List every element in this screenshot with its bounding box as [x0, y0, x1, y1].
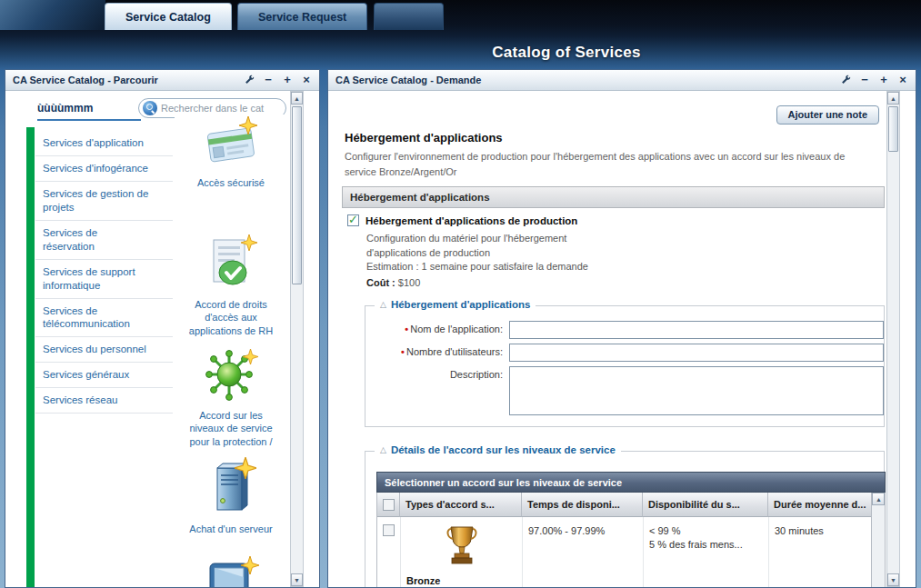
- category-item[interactable]: Services de réservation: [35, 221, 173, 260]
- scroll-up-icon[interactable]: ▲: [872, 493, 885, 505]
- form-group-legend: Hébergement d'applications: [391, 299, 531, 310]
- scroll-down-icon[interactable]: ▼: [887, 573, 899, 586]
- trophy-bronze-icon: [406, 524, 516, 572]
- category-item[interactable]: Services de gestion de projets: [35, 182, 173, 221]
- field-label: •Nom de l'application:: [373, 321, 509, 339]
- search-icon: [143, 101, 157, 115]
- sla-group: △ Détails de l'accord sur les niveaux de…: [365, 451, 885, 587]
- category-accent-bar: [26, 127, 35, 587]
- category-item[interactable]: Services de télécommunication: [35, 299, 173, 338]
- field-label: Description:: [373, 366, 509, 415]
- section-header: Hébergement d'applications: [342, 186, 885, 208]
- service-partial[interactable]: [175, 556, 287, 587]
- cost-label: Coût :: [366, 277, 395, 288]
- right-panel-scrollbar[interactable]: ▲ ▼: [886, 91, 900, 587]
- scrollbar-thumb[interactable]: [888, 106, 898, 152]
- minimize-icon[interactable]: −: [859, 75, 870, 85]
- select-all-cell: [377, 493, 400, 517]
- browse-panel-body: ùùùùmmm Services d'application Services …: [5, 91, 319, 587]
- scroll-up-icon[interactable]: ▲: [887, 92, 899, 105]
- expand-icon[interactable]: +: [878, 75, 889, 85]
- cost-value: $100: [398, 277, 420, 288]
- server-icon: [204, 457, 258, 519]
- category-item[interactable]: Services d'infogérance: [35, 156, 173, 182]
- monitor-icon: [203, 556, 259, 587]
- category-item[interactable]: Services réseau: [35, 388, 173, 414]
- scroll-up-icon[interactable]: ▲: [291, 92, 303, 105]
- service-sla-protection[interactable]: Accord sur les niveaux de service pour l…: [175, 347, 287, 448]
- column-header-uptime[interactable]: Temps de disponi...: [522, 493, 643, 517]
- category-item[interactable]: Services d'application: [35, 131, 173, 156]
- offering-name: Hébergement d'applications de production: [365, 214, 577, 226]
- offering-checkbox[interactable]: ✓: [347, 214, 359, 226]
- featured-label: Accord sur les niveaux de service pour l…: [181, 409, 281, 448]
- id-card-icon: [203, 115, 259, 173]
- application-name-input[interactable]: [509, 321, 884, 339]
- service-secure-access[interactable]: Accès sécurisé: [175, 115, 287, 189]
- left-panel-scrollbar[interactable]: ▲ ▼: [290, 91, 304, 587]
- column-header-duration[interactable]: Durée moyenne d...: [768, 493, 871, 517]
- service-title: Hébergement d'applications: [345, 131, 503, 145]
- document-check-icon: [203, 234, 259, 294]
- table-row[interactable]: Bronze 97.00% - 97.99% < 99 % 5 % des fr…: [377, 517, 871, 587]
- expand-icon[interactable]: +: [282, 75, 293, 85]
- application-form-group: △ Hébergement d'applications •Nom de l'a…: [365, 305, 885, 427]
- featured-label: Achat d'un serveur: [181, 523, 281, 535]
- close-icon[interactable]: ×: [301, 75, 312, 85]
- sla-table: Sélectionner un accord sur les niveaux d…: [376, 472, 886, 587]
- tab-service-catalog[interactable]: Service Catalog: [105, 3, 232, 30]
- required-icon: •: [405, 324, 408, 334]
- sla-table-title: Sélectionner un accord sur les niveaux d…: [376, 472, 886, 493]
- browse-panel-header: CA Service Catalog - Parcourir − + ×: [5, 70, 319, 91]
- required-icon: •: [401, 346, 405, 357]
- sla-row-duration: 30 minutes: [769, 517, 871, 587]
- table-scrollbar[interactable]: ▲: [871, 493, 885, 587]
- service-description: Configurer l'environnement de production…: [345, 149, 877, 179]
- browse-panel: CA Service Catalog - Parcourir − + × ùùù…: [5, 69, 320, 588]
- collapse-icon[interactable]: △: [380, 300, 386, 309]
- tab-service-request[interactable]: Service Request: [237, 3, 367, 30]
- catalog-folder-label[interactable]: ùùùùmmm: [37, 102, 141, 121]
- service-buy-server[interactable]: Achat d'un serveur: [175, 457, 287, 535]
- wrench-icon[interactable]: [840, 75, 851, 86]
- top-navigation-bar: Service Catalog Service Request: [0, 0, 921, 30]
- offering-description: Configuration du matériel pour l'héberge…: [366, 232, 614, 260]
- service-access-rights[interactable]: Accord de droits d'accès aux application…: [175, 234, 287, 337]
- sla-row-uptime: 97.00% - 97.99%: [523, 517, 644, 587]
- collapse-icon[interactable]: △: [380, 445, 386, 454]
- category-item[interactable]: Services généraux: [35, 363, 173, 388]
- scroll-down-icon[interactable]: ▼: [291, 573, 303, 586]
- add-note-button[interactable]: Ajouter une note: [776, 105, 879, 125]
- checkmark-icon: ✓: [348, 213, 358, 226]
- topbar-highlight: [0, 0, 105, 30]
- browse-panel-title: CA Service Catalog - Parcourir: [13, 75, 244, 85]
- scrollbar-thumb[interactable]: [292, 106, 302, 284]
- search-input[interactable]: [161, 103, 277, 114]
- description-textarea[interactable]: [509, 366, 884, 415]
- sla-row-availability: < 99 % 5 % des frais mens...: [644, 517, 769, 587]
- sla-row-name: Bronze: [406, 574, 516, 587]
- category-item[interactable]: Services du personnel: [35, 337, 173, 363]
- featured-label: Accès sécurisé: [181, 176, 281, 189]
- user-count-input[interactable]: [509, 344, 884, 362]
- sla-table-header-row: Types d'accord s... Temps de disponi... …: [377, 493, 871, 517]
- category-item[interactable]: Services de support informatique: [35, 260, 173, 299]
- offering-block: ✓ Hébergement d'applications de producti…: [342, 214, 885, 290]
- select-all-checkbox[interactable]: [383, 499, 395, 511]
- wrench-icon[interactable]: [244, 75, 255, 86]
- request-panel: CA Service Catalog - Demande − + × Ajout…: [327, 69, 916, 588]
- request-panel-header: CA Service Catalog - Demande − + ×: [328, 70, 916, 91]
- minimize-icon[interactable]: −: [263, 75, 274, 85]
- close-icon[interactable]: ×: [897, 75, 908, 85]
- column-header-availability[interactable]: Disponibilité du s...: [643, 493, 768, 517]
- category-list: Services d'application Services d'infogé…: [35, 131, 173, 414]
- request-panel-body: Ajouter une note Hébergement d'applicati…: [328, 91, 916, 587]
- column-header-type[interactable]: Types d'accord s...: [400, 493, 522, 517]
- row-checkbox[interactable]: [383, 524, 395, 536]
- tab-separator: [374, 3, 444, 30]
- featured-label: Accord de droits d'accès aux application…: [181, 298, 281, 337]
- sla-group-legend: Détails de l'accord sur les niveaux de s…: [391, 444, 616, 455]
- page-title: Catalog of Services: [492, 44, 640, 62]
- virus-icon: [203, 347, 259, 405]
- request-panel-title: CA Service Catalog - Demande: [335, 75, 840, 85]
